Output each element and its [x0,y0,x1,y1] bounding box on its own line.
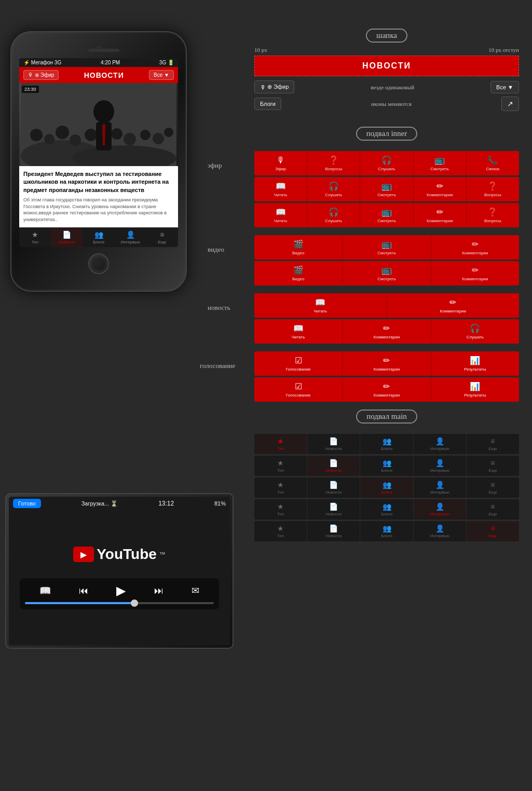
star-icon-nav2: ★ [277,459,284,467]
ether-button[interactable]: 🎙 ⊕ Эфир [23,70,59,80]
vote-cell-2-3[interactable]: 📊 Результаты [431,377,519,402]
ether-cell-1-2[interactable]: ❓ Вопросы [307,151,360,175]
bnav-blogs-2[interactable]: 👥 Блоги [360,456,413,476]
video-icon-2: 🎬 [293,265,304,275]
bnav-top-4[interactable]: ★ Топ [254,499,307,520]
margin-right-note: 10 px отступ [488,47,519,53]
bnav-more-4[interactable]: ≡ Еще [467,499,519,520]
ether-cell-2-5[interactable]: ❓ Вопросы [467,177,519,201]
export-icon-btn[interactable]: ↗ [501,97,519,111]
menu-icon-nav5: ≡ [490,524,495,533]
headphones-icon-2: 🎧 [329,181,339,191]
ether-cell-1-3[interactable]: 🎧 Слушать [360,151,413,175]
ready-button[interactable]: Готово [13,499,41,508]
nav-blogs[interactable]: 👥 Блоги [83,228,114,247]
bnav-more-5[interactable]: ≡ Еще [467,521,519,541]
progress-thumb[interactable] [131,599,138,607]
nav-interview[interactable]: 👤 Интервью [115,228,146,247]
news-spec-cell-2-3-label: Слушать [467,335,484,339]
people-icon-nav1: 👥 [383,437,391,445]
ether-cell-2-3[interactable]: 📺 Смотреть [360,177,413,201]
bnav-news-1[interactable]: 📄 Новости [307,434,360,454]
bnav-top-5[interactable]: ★ Топ [254,521,307,541]
ether-cell-3-1[interactable]: 📖 Читать [254,203,307,227]
ether-cell-3-3[interactable]: 📺 Смотреть [360,203,413,227]
blogs-spec-btn[interactable]: Блоги [254,98,281,110]
home-button[interactable] [88,253,109,274]
bnav-news-4[interactable]: 📄 Новости [307,499,360,520]
news-item[interactable]: 23:30 Президент Медведев выступил за тес… [19,83,178,227]
vote-cell-1-2[interactable]: ✏ Комментарии [343,351,431,376]
bnav-more-1[interactable]: ≡ Еще [467,434,519,454]
ether-cell-3-4-label: Комментарии [427,219,453,223]
news-spec-cell-2-1[interactable]: 📖 Читать [254,319,343,344]
next-icon[interactable]: ⏭ [154,585,163,596]
video-cell-1-1[interactable]: 🎬 Видео [254,235,343,260]
ether-cell-1-1[interactable]: 🎙 Эфир [254,151,307,175]
video-cell-1-2[interactable]: 📺 Смотреть [343,235,431,260]
svg-point-14 [93,100,114,123]
more-icon: ≡ [160,230,164,239]
phone-icon-1: 📞 [487,155,498,165]
video-cell-2-3[interactable]: ✏ Комментарии [431,261,519,285]
nav-more[interactable]: ≡ Еще [146,228,178,247]
book-player-icon[interactable]: 📖 [39,585,51,596]
bnav-more-2[interactable]: ≡ Еще [467,456,519,476]
ether-cell-1-5[interactable]: 📞 Связок [467,151,519,175]
bnav-news-5[interactable]: 📄 Новости [307,521,360,541]
ether-cell-3-2[interactable]: 🎧 Слушать [307,203,360,227]
vote-cell-1-1[interactable]: ☑ Голосование [254,351,343,376]
filter-button[interactable]: Все ▼ [149,70,174,80]
video-cell-2-1[interactable]: 🎬 Видео [254,261,343,285]
play-pause-button[interactable]: ▶ [116,583,126,598]
icons-annotation: иконы меняются [284,101,498,107]
mail-icon[interactable]: ✉ [192,585,199,596]
prev-icon[interactable]: ⏮ [79,585,88,596]
ether-cell-2-4[interactable]: ✏ Комментарии [414,177,467,201]
nav-top[interactable]: ★ Топ [19,228,51,247]
ether-row-1: 🎙 Эфир ❓ Вопросы 🎧 Слушать 📺 Смотреть 📞 [254,151,519,175]
bnav-news-3[interactable]: 📄 Новости [307,478,360,498]
bnav-blogs-3[interactable]: 👥 Блоги [360,478,413,498]
ether-row-3: 📖 Читать 🎧 Слушать 📺 Смотреть ✏ Коммента… [254,203,519,227]
bnav-top-5-label: Топ [277,534,284,538]
bnav-interview-2[interactable]: 👤 Интервью [414,456,467,476]
ether-spec-btn[interactable]: 🎙 ⊕ Эфир [254,80,294,93]
video-cell-1-3[interactable]: ✏ Комментарии [431,235,519,260]
bnav-blogs-1[interactable]: 👥 Блоги [360,434,413,454]
news-spec-cell-1-1[interactable]: 📖 Читать [254,293,387,318]
bnav-interview-5[interactable]: 👤 Интервью [414,521,467,541]
video-cell-2-2[interactable]: 📺 Смотреть [343,261,431,285]
news-spec-cell-2-3[interactable]: 🎧 Слушать [431,319,519,344]
ether-cell-3-4[interactable]: ✏ Комментарии [414,203,467,227]
bnav-interview-4[interactable]: 👤 Интервью [414,499,467,520]
bnav-blogs-4[interactable]: 👥 Блоги [360,499,413,520]
bnav-news-2[interactable]: 📄 Новости [307,456,360,476]
vote-cell-2-1[interactable]: ☑ Голосование [254,377,343,402]
blogs-icon: 👥 [94,230,103,239]
tv-icon-2: 📺 [381,181,392,191]
svg-point-10 [124,133,136,145]
bnav-top-1[interactable]: ★ Топ [254,434,307,454]
vote-cell-2-2[interactable]: ✏ Комментарии [343,377,431,402]
news-spec-cell-1-2[interactable]: ✏ Комментарии [387,293,520,318]
ether-cell-3-5[interactable]: ❓ Вопросы [467,203,519,227]
bnav-top-3[interactable]: ★ Топ [254,478,307,498]
bnav-top-2[interactable]: ★ Топ [254,456,307,476]
ether-cell-2-1[interactable]: 📖 Читать [254,177,307,201]
bnav-interview-1[interactable]: 👤 Интервью [414,434,467,454]
filter-all-btn[interactable]: Все ▼ [490,81,519,93]
interview-icon: 👤 [126,230,135,239]
vote-cell-1-3[interactable]: 📊 Результаты [431,351,519,376]
ether-cell-2-2[interactable]: 🎧 Слушать [307,177,360,201]
news-spec-cell-2-2[interactable]: ✏ Комментарии [343,319,431,344]
news-spec-cell-1-2-label: Комментарии [440,309,466,313]
bnav-more-3[interactable]: ≡ Еще [467,478,519,498]
ether-cell-1-4[interactable]: 📺 Смотреть [414,151,467,175]
main-nav-row-2: ★ Топ 📄 Новости 👥 Блоги 👤 Интервью ≡ Еще [254,456,519,476]
progress-bar[interactable] [25,602,213,604]
person-icon-nav5: 👤 [435,524,444,533]
nav-news[interactable]: 📄 Новости [51,228,83,247]
bnav-interview-3[interactable]: 👤 Интервью [414,478,467,498]
bnav-blogs-5[interactable]: 👥 Блоги [360,521,413,541]
